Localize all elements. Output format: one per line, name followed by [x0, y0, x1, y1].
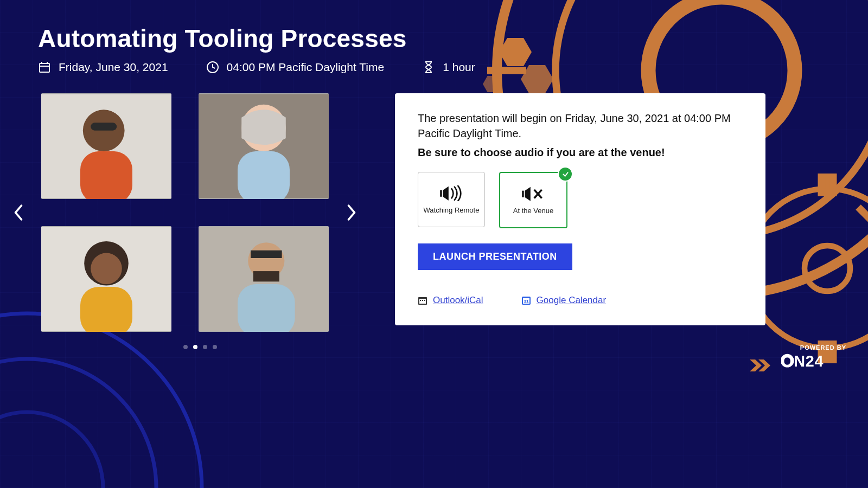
svg-rect-49 — [422, 300, 423, 301]
panel-intro-text: The presentation will begin on Friday, J… — [418, 111, 743, 141]
event-meta-row: Friday, June 30, 2021 04:00 PM Pacific D… — [38, 61, 830, 74]
event-time: 04:00 PM Pacific Daylight Time — [206, 61, 385, 74]
brand-name: ON24 — [781, 352, 846, 375]
svg-rect-39 — [238, 284, 295, 332]
svg-rect-20 — [40, 63, 49, 72]
outlook-ical-link[interactable]: Outlook/iCal — [418, 295, 483, 306]
svg-rect-35 — [80, 287, 132, 332]
event-duration: 1 hour — [422, 61, 475, 74]
outlook-ical-label: Outlook/iCal — [433, 295, 483, 306]
audio-option-remote[interactable]: Watching Remote — [418, 172, 485, 227]
svg-rect-48 — [420, 300, 421, 301]
svg-marker-54 — [750, 359, 762, 371]
calendar-google-icon: 31 — [521, 296, 531, 305]
carousel-next-button[interactable] — [341, 202, 362, 223]
svg-rect-42 — [522, 190, 524, 197]
carousel-dot[interactable] — [183, 345, 188, 349]
speaker-mute-icon — [519, 186, 547, 202]
audio-option-venue-label: At the Venue — [513, 207, 553, 215]
carousel-dots — [38, 345, 362, 349]
chevron-decoration-icon — [750, 357, 777, 374]
hourglass-icon — [422, 61, 435, 74]
svg-point-19 — [0, 412, 103, 488]
launch-presentation-button[interactable]: LAUNCH PRESENTATION — [418, 243, 572, 270]
check-badge-icon — [558, 166, 573, 182]
google-calendar-link[interactable]: 31 Google Calendar — [521, 295, 607, 306]
svg-marker-43 — [525, 187, 530, 201]
svg-rect-31 — [238, 151, 290, 199]
speaker-carousel — [38, 93, 362, 332]
calendar-outlook-icon — [418, 296, 427, 305]
svg-text:31: 31 — [524, 299, 528, 304]
svg-rect-40 — [440, 190, 442, 196]
svg-point-34 — [91, 253, 122, 285]
speaker-card[interactable] — [199, 93, 329, 199]
audio-option-remote-label: Watching Remote — [424, 206, 480, 214]
audio-option-venue[interactable]: At the Venue — [499, 172, 567, 228]
clock-icon — [206, 61, 219, 74]
event-time-text: 04:00 PM Pacific Daylight Time — [227, 61, 385, 74]
speaker-card[interactable] — [41, 93, 171, 199]
svg-point-26 — [83, 110, 125, 151]
svg-rect-27 — [80, 151, 132, 199]
svg-marker-41 — [443, 186, 448, 200]
speaker-card[interactable] — [199, 226, 329, 332]
svg-point-18 — [0, 359, 156, 488]
svg-rect-50 — [424, 300, 425, 301]
svg-rect-38 — [253, 271, 279, 281]
google-calendar-label: Google Calendar — [537, 295, 607, 306]
event-duration-text: 1 hour — [443, 61, 475, 74]
calendar-icon — [38, 61, 51, 74]
speaker-card[interactable] — [41, 226, 171, 332]
carousel-dot[interactable] — [193, 345, 197, 349]
carousel-dot[interactable] — [203, 345, 207, 349]
svg-rect-28 — [91, 123, 117, 130]
audio-options: Watching Remote At the Venue — [418, 172, 743, 228]
panel-instruction-text: Be sure to choose audio if you are at th… — [418, 146, 743, 159]
carousel-prev-button[interactable] — [8, 202, 29, 223]
info-panel: The presentation will begin on Friday, J… — [395, 93, 765, 325]
svg-rect-47 — [419, 299, 426, 304]
carousel-dot[interactable] — [213, 345, 217, 349]
event-date: Friday, June 30, 2021 — [38, 61, 168, 74]
event-date-text: Friday, June 30, 2021 — [59, 61, 168, 74]
speaker-on-icon — [437, 185, 465, 202]
page-title: Automating Tooling Processes — [38, 24, 830, 53]
